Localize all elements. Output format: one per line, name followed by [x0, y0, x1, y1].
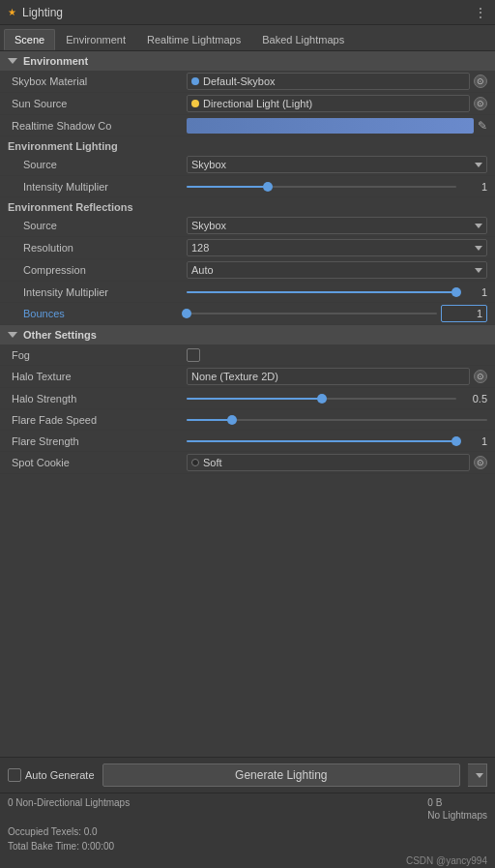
env-reflections-source-dropdown[interactable]: Skybox — [187, 217, 487, 234]
env-lighting-intensity-label: Intensity Multiplier — [8, 181, 187, 193]
env-reflections-compression-dropdown[interactable]: Auto — [187, 261, 487, 279]
env-reflections-compression-row: Compression Auto — [0, 259, 495, 282]
env-reflections-bounces-row: Bounces — [0, 303, 495, 325]
stats-left: 0 Non-Directional Lightmaps — [8, 797, 130, 821]
env-lighting-source-label: Source — [8, 159, 187, 170]
env-lighting-source-arrow-icon — [475, 163, 482, 167]
flare-fade-speed-row: Flare Fade Speed — [0, 409, 495, 431]
halo-strength-label: Halo Strength — [8, 393, 187, 404]
flare-fade-speed-label: Flare Fade Speed — [8, 414, 187, 426]
env-lighting-source-dropdown[interactable]: Skybox — [187, 156, 487, 173]
no-lightmaps-stat: No Lightmaps — [427, 810, 487, 821]
skybox-dot — [191, 77, 199, 85]
tabs-container: Scene Environment Realtime Lightmaps Bak… — [0, 25, 495, 51]
flare-strength-label: Flare Strength — [8, 435, 187, 447]
env-lighting-label: Environment Lighting — [0, 136, 495, 154]
halo-strength-slider[interactable] — [187, 398, 456, 400]
sun-source-dot — [191, 100, 199, 107]
env-reflections-intensity-label: Intensity Multiplier — [8, 286, 187, 298]
flare-strength-row: Flare Strength 1 — [0, 431, 495, 452]
sun-source-row: Sun Source Directional Light (Light) ⊙ — [0, 93, 495, 115]
realtime-shadow-row: Realtime Shadow Co ✎ — [0, 115, 495, 136]
env-reflections-resolution-label: Resolution — [8, 242, 187, 254]
fog-label: Fog — [8, 349, 187, 361]
skybox-material-label: Skybox Material — [8, 75, 187, 87]
auto-generate-container: Auto Generate — [8, 768, 95, 782]
env-reflections-resolution-arrow-icon — [475, 246, 482, 251]
generate-row: Auto Generate Generate Lighting — [0, 758, 495, 793]
env-reflections-source-row: Source Skybox — [0, 215, 495, 237]
generate-lighting-dropdown-button[interactable] — [468, 763, 487, 787]
spacer — [0, 474, 495, 610]
spot-cookie-row: Spot Cookie Soft ⊙ — [0, 452, 495, 474]
window-title: Lighting — [22, 6, 63, 19]
env-reflections-source-label: Source — [8, 220, 187, 231]
env-lighting-intensity-value: 1 — [460, 181, 487, 193]
skybox-material-field[interactable]: Default-Skybox — [187, 73, 470, 90]
spot-cookie-label: Spot Cookie — [8, 457, 187, 468]
tab-baked-lightmaps[interactable]: Baked Lightmaps — [251, 29, 355, 50]
sun-source-pick-button[interactable]: ⊙ — [474, 97, 487, 110]
env-reflections-resolution-dropdown[interactable]: 128 — [187, 239, 487, 256]
env-lighting-intensity-row: Intensity Multiplier 1 — [0, 176, 495, 197]
tab-realtime-lightmaps[interactable]: Realtime Lightmaps — [136, 29, 251, 50]
realtime-shadow-label: Realtime Shadow Co — [8, 120, 187, 132]
halo-texture-label: Halo Texture — [8, 371, 187, 382]
auto-generate-label: Auto Generate — [25, 769, 95, 781]
flare-strength-value: 1 — [460, 435, 487, 447]
env-reflections-source-arrow-icon — [475, 224, 482, 228]
env-reflections-label: Environment Reflections — [0, 197, 495, 215]
bake-time-row: Total Bake Time: 0:00:00 — [0, 839, 495, 853]
fog-checkbox[interactable] — [187, 348, 200, 362]
skybox-material-pick-button[interactable]: ⊙ — [474, 75, 487, 88]
realtime-shadow-eyedropper-icon[interactable]: ✎ — [478, 119, 487, 133]
env-reflections-intensity-row: Intensity Multiplier 1 — [0, 282, 495, 303]
skybox-material-row: Skybox Material Default-Skybox ⊙ — [0, 71, 495, 93]
flare-strength-slider[interactable] — [187, 440, 456, 442]
context-menu-button[interactable]: ⋮ — [474, 5, 487, 20]
sun-source-field[interactable]: Directional Light (Light) — [187, 95, 470, 112]
stats-right: 0 B No Lightmaps — [427, 797, 487, 821]
other-settings-arrow-icon — [8, 332, 17, 338]
env-reflections-bounces-slider[interactable] — [187, 313, 437, 314]
tab-scene[interactable]: Scene — [4, 29, 55, 50]
other-settings-section: Other Settings Fog Halo Texture None (Te… — [0, 325, 495, 474]
size-stat: 0 B — [427, 797, 487, 808]
other-settings-header[interactable]: Other Settings — [0, 325, 495, 344]
spot-cookie-pick-button[interactable]: ⊙ — [474, 456, 487, 469]
environment-arrow-icon — [8, 58, 17, 64]
spot-cookie-field[interactable]: Soft — [187, 454, 470, 471]
env-lighting-intensity-slider[interactable] — [187, 186, 456, 188]
tab-environment[interactable]: Environment — [55, 29, 136, 50]
halo-texture-pick-button[interactable]: ⊙ — [474, 370, 487, 383]
env-lighting-source-row: Source Skybox — [0, 154, 495, 176]
watermark: CSDN @yancy994 — [0, 853, 495, 868]
lightmaps-stat: 0 Non-Directional Lightmaps — [8, 797, 130, 808]
halo-strength-value: 0.5 — [460, 393, 487, 404]
env-reflections-intensity-slider[interactable] — [187, 291, 456, 293]
generate-lighting-arrow-icon — [476, 773, 483, 778]
flare-fade-speed-slider[interactable] — [187, 419, 487, 421]
env-reflections-resolution-row: Resolution 128 — [0, 237, 495, 259]
halo-texture-row: Halo Texture None (Texture 2D) ⊙ — [0, 366, 495, 388]
env-reflections-bounces-label: Bounces — [8, 308, 187, 319]
spot-cookie-dot — [191, 459, 199, 466]
fog-row: Fog — [0, 344, 495, 366]
generate-lighting-button[interactable]: Generate Lighting — [102, 763, 460, 787]
sun-source-label: Sun Source — [8, 98, 187, 109]
env-reflections-compression-arrow-icon — [475, 268, 482, 273]
halo-strength-row: Halo Strength 0.5 — [0, 388, 495, 409]
environment-section: Environment Skybox Material Default-Skyb… — [0, 51, 495, 325]
stats-row: 0 Non-Directional Lightmaps 0 B No Light… — [0, 793, 495, 824]
bottom-bar: Auto Generate Generate Lighting 0 Non-Di… — [0, 757, 495, 868]
environment-header[interactable]: Environment — [0, 51, 495, 71]
env-reflections-bounces-input[interactable] — [441, 305, 487, 322]
env-reflections-intensity-value: 1 — [460, 286, 487, 298]
halo-texture-field[interactable]: None (Texture 2D) — [187, 368, 470, 385]
auto-generate-checkbox[interactable] — [8, 768, 21, 782]
realtime-shadow-color-picker[interactable] — [187, 118, 474, 134]
lighting-icon: ★ — [8, 7, 16, 17]
env-reflections-compression-label: Compression — [8, 264, 187, 276]
title-bar: ★ Lighting ⋮ — [0, 0, 495, 25]
texels-row: Occupied Texels: 0.0 — [0, 824, 495, 839]
